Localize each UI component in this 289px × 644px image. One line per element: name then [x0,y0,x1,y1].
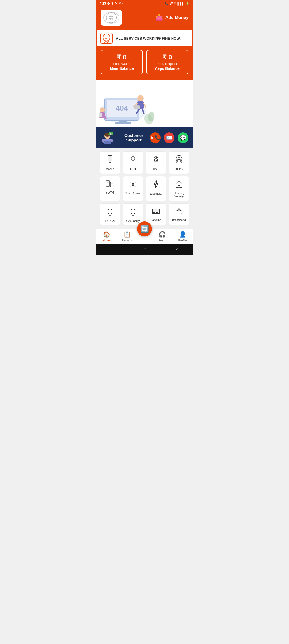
nav-profile[interactable]: 👤 Profile [172,231,193,242]
svg-rect-57 [108,183,108,184]
svg-rect-64 [113,185,114,185]
support-avatar: 💬 [101,131,114,144]
profile-nav-label: Profile [178,239,187,242]
service-item-lpg-gas[interactable]: LPG GAS [100,203,120,226]
svg-rect-78 [132,214,134,215]
phone-support-button[interactable]: 📞 [150,132,161,143]
svg-rect-59 [107,185,107,185]
status-icons-area: 📞 WiFi ▌▌▌ 🔋 [165,2,189,5]
service-item-landline[interactable]: Landline [146,203,166,226]
service-item-matm[interactable]: mATM [100,176,120,201]
whatsapp-support-button[interactable]: 💬 [178,132,188,143]
svg-point-22 [100,107,105,113]
logo-box: AEPS world [101,10,122,26]
time-display: 4:13 [100,2,106,5]
service-label-broadband: Broadband [172,218,186,222]
service-label-dmt: DMT [153,167,159,171]
svg-rect-62 [111,185,112,185]
service-label-housing-society: Housing Society [170,191,188,198]
customer-support-bar: 💬 CustomerSupport 📞 ✉️ 💬 [96,127,193,148]
notification-icon1: ✳ [111,2,114,5]
svg-rect-61 [111,183,113,184]
reports-nav-icon: 📋 [123,231,131,238]
svg-point-15 [137,95,144,102]
service-label-mobile: Mobile [106,167,114,171]
svg-rect-31 [102,139,104,142]
service-label-landline: Landline [151,218,161,222]
main-balance-amount: ₹ 0 [104,53,139,61]
service-item-gas-utility[interactable]: GAS Utility [123,203,143,226]
news-label: NEWS [104,41,109,43]
support-label: CustomerSupport [118,133,150,142]
service-label-cash-deposit: Cash Deposit [124,191,141,195]
service-icon-dth [129,155,137,165]
refresh-icon: 🔄 [140,225,149,233]
help-nav-icon: 🎧 [159,231,166,238]
notification-icon3: ✳ [119,2,121,5]
aeps-balance-card[interactable]: ₹ 0 Sett. Request Aeps Balance [146,50,188,74]
service-icon-electricity [153,180,159,190]
svg-point-91 [181,213,182,214]
app-header: AEPS world 👛 Add Money [96,7,193,30]
profile-nav-icon: 👤 [179,231,186,238]
svg-rect-14 [115,122,131,124]
online-indicator [111,132,113,134]
nav-home[interactable]: 🏠 Home [96,231,117,242]
aeps-balance-label2: Aeps Balance [150,66,185,71]
balance-section: ₹ 0 Load Wallet Main Balance ₹ 0 Sett. R… [96,47,193,80]
service-item-housing-society[interactable]: Housing Society [169,176,189,201]
svg-rect-84 [156,212,157,213]
svg-point-42 [109,162,111,163]
wifi-icon: WiFi [170,2,176,5]
services-section: MobileDTH$DMTAEPSmATMCash DepositElectri… [96,148,193,229]
refresh-center-button[interactable]: 🔄 [137,221,152,236]
service-icon-dmt: $ [152,155,160,165]
wallet-icon: 👛 [155,14,163,21]
news-icon: NEWS [100,33,113,44]
service-item-aeps[interactable]: AEPS [169,151,189,174]
svg-rect-81 [153,210,159,211]
home-nav-label: Home [102,239,110,242]
service-label-lpg-gas: LPG GAS [104,219,116,223]
svg-text:ERROR: ERROR [117,113,127,116]
system-navigation-bar: ≡ ○ ‹ [96,244,193,255]
main-balance-label2: Main Balance [104,66,139,71]
service-item-dmt[interactable]: $DMT [146,151,166,174]
add-money-label: Add Money [165,15,188,20]
reports-nav-label: Reports [122,239,132,242]
svg-rect-32 [111,139,113,142]
service-label-gas-utility: GAS Utility [126,219,140,223]
service-item-cash-deposit[interactable]: Cash Deposit [123,176,143,201]
service-icon-broadband [175,207,183,216]
home-nav-icon: 🏠 [103,231,110,238]
aeps-balance-amount: ₹ 0 [150,53,185,61]
svg-point-4 [103,34,110,41]
dot-icon: • [122,2,123,5]
add-money-button[interactable]: 👛 Add Money [155,14,188,21]
banner-illustration: 404 ERROR [96,80,193,127]
service-icon-aeps [175,155,183,165]
service-label-electricity: Electricity [150,192,162,195]
main-balance-card[interactable]: ₹ 0 Load Wallet Main Balance [101,50,143,74]
svg-rect-56 [107,183,107,184]
svg-rect-90 [178,213,179,213]
main-balance-label1: Load Wallet [104,62,139,66]
service-item-mobile[interactable]: Mobile [100,151,120,174]
svg-rect-63 [112,185,113,185]
nav-help[interactable]: 🎧 Help [152,231,172,242]
service-icon-mobile [106,155,114,165]
service-item-dth[interactable]: DTH [123,151,143,174]
svg-rect-83 [154,212,155,213]
service-icon-cash-deposit [129,180,137,189]
service-label-matm: mATM [106,191,114,194]
nav-reports[interactable]: 📋 Reports [117,231,137,242]
service-item-broadband[interactable]: Broadband [169,203,189,226]
menu-system-button[interactable]: ≡ [111,246,114,252]
email-support-button[interactable]: ✉️ [164,132,174,143]
svg-rect-55 [107,181,109,183]
support-contact-icons: 📞 ✉️ 💬 [150,132,188,143]
news-banner: NEWS ALL SERVICES WORKING FINE NOW. [96,30,193,47]
back-system-button[interactable]: ‹ [176,246,178,252]
service-item-electricity[interactable]: Electricity [146,176,166,201]
home-system-button[interactable]: ○ [144,246,147,252]
